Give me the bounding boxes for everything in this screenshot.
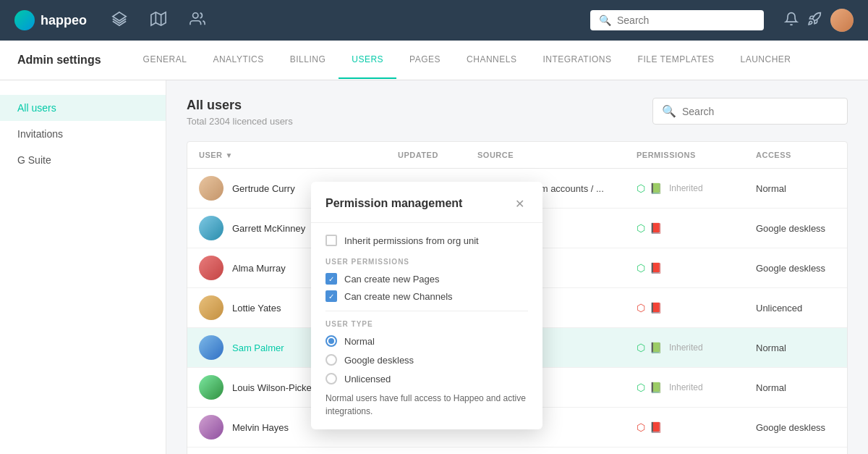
rocket-icon[interactable] <box>807 12 822 30</box>
radio-normal[interactable] <box>326 335 337 347</box>
user-permissions-label: USER PERMISSIONS <box>326 258 528 266</box>
modal-header: Permission management ✕ <box>311 182 542 223</box>
user-type-radio-group: Normal Google deskless Unlicensed <box>326 335 528 384</box>
permission-management-modal: Permission management ✕ Inherit permissi… <box>311 182 542 429</box>
can-create-channels-label: Can create new Channels <box>344 291 453 302</box>
radio-google-deskless-label: Google deskless <box>344 355 414 366</box>
can-create-channels-row: ✓ Can create new Channels <box>326 290 528 302</box>
tab-pages[interactable]: PAGES <box>396 41 454 79</box>
user-type-label: USER TYPE <box>326 320 528 328</box>
radio-unlicensed-row: Unlicensed <box>326 373 528 384</box>
nav-right-icons <box>784 9 854 32</box>
inherit-checkbox[interactable] <box>326 235 337 246</box>
map-icon[interactable] <box>145 8 172 33</box>
people-icon[interactable] <box>184 8 211 33</box>
radio-unlicensed[interactable] <box>326 373 337 384</box>
sidebar-item-invitations[interactable]: Invitations <box>0 121 166 147</box>
svg-marker-1 <box>151 12 166 25</box>
inherit-label: Inherit permissions from org unit <box>344 235 479 246</box>
admin-bar: Admin settings GENERAL ANALYTICS BILLING… <box>0 41 868 80</box>
tab-billing[interactable]: BILLING <box>277 41 339 79</box>
logo-text: happeo <box>41 13 87 28</box>
layers-icon[interactable] <box>106 8 133 33</box>
radio-normal-label: Normal <box>344 336 375 347</box>
radio-unlicensed-label: Unlicensed <box>344 374 391 384</box>
tab-analytics[interactable]: ANALYTICS <box>200 41 276 79</box>
can-create-pages-label: Can create new Pages <box>344 274 440 285</box>
sidebar-item-gsuite[interactable]: G Suite <box>0 147 166 173</box>
modal-title: Permission management <box>326 197 462 210</box>
tab-launcher[interactable]: LAUNCHER <box>727 41 804 79</box>
inherit-row: Inherit permissions from org unit <box>326 235 528 246</box>
can-create-pages-row: ✓ Can create new Pages <box>326 273 528 285</box>
admin-settings-title: Admin settings <box>17 41 101 80</box>
tab-file-templates[interactable]: FILE TEMPLATES <box>625 41 728 79</box>
tab-channels[interactable]: CHANNELS <box>454 41 529 79</box>
modal-close-button[interactable]: ✕ <box>511 195 528 212</box>
top-search-input[interactable] <box>617 14 755 26</box>
tab-users[interactable]: USERS <box>339 41 396 79</box>
svg-point-4 <box>193 12 198 17</box>
main-content: All users Total 2304 licenced users 🔍 US… <box>166 80 868 454</box>
logo[interactable]: happeo <box>14 10 87 30</box>
modal-description: Normal users have full access to Happeo … <box>326 392 528 418</box>
can-create-channels-checkbox[interactable]: ✓ <box>326 290 337 302</box>
can-create-pages-checkbox[interactable]: ✓ <box>326 273 337 285</box>
search-icon: 🔍 <box>599 14 611 26</box>
sidebar-item-all-users[interactable]: All users <box>0 95 166 121</box>
tab-integrations[interactable]: INTEGRATIONS <box>529 41 624 79</box>
modal-body: Inherit permissions from org unit USER P… <box>311 223 542 429</box>
top-navigation: happeo 🔍 <box>0 0 868 41</box>
sidebar: All users Invitations G Suite <box>0 80 166 454</box>
main-layout: All users Invitations G Suite All users … <box>0 80 868 454</box>
top-search-bar[interactable]: 🔍 <box>590 10 764 30</box>
radio-google-deskless[interactable] <box>326 354 337 366</box>
admin-tabs: GENERAL ANALYTICS BILLING USERS PAGES CH… <box>130 41 804 79</box>
avatar[interactable] <box>830 9 854 32</box>
tab-general[interactable]: GENERAL <box>130 41 200 79</box>
modal-overlay: Permission management ✕ Inherit permissi… <box>166 80 868 454</box>
radio-google-deskless-row: Google deskless <box>326 354 528 366</box>
notifications-icon[interactable] <box>784 12 799 30</box>
logo-icon <box>14 10 35 30</box>
modal-divider <box>326 311 528 311</box>
radio-normal-row: Normal <box>326 335 528 347</box>
